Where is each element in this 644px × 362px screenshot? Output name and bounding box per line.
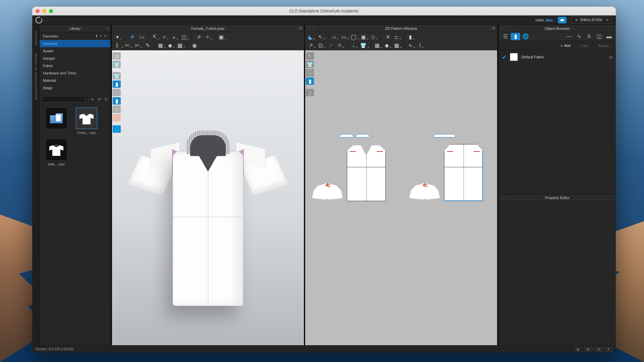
refresh-icon[interactable]: ⟳ xyxy=(97,97,102,102)
select-tool[interactable]: ▾ xyxy=(114,33,123,41)
search-dropdown-icon[interactable]: ▾ xyxy=(90,97,95,102)
library-item-hardware-and-trims[interactable]: Hardware and Trims xyxy=(40,69,110,77)
seam-edit-tool[interactable]: ↗ xyxy=(307,42,316,49)
layer-tool[interactable]: ◫ xyxy=(180,33,189,41)
tab-history[interactable]: HISTORY xyxy=(34,28,38,49)
trace-tool[interactable]: ▮ xyxy=(407,33,416,41)
tab-scene-icon[interactable]: ☰ xyxy=(501,33,510,40)
avatar-edit-tool[interactable]: ✎ xyxy=(143,42,152,49)
pattern-display-icon[interactable]: ↖ xyxy=(306,52,314,60)
tab-world-icon[interactable]: 🌐 xyxy=(521,33,530,40)
edit-pattern-tool[interactable]: ◣ xyxy=(307,33,316,41)
tab-modular-configurator[interactable]: MODULAR CONFIGURATOR xyxy=(34,51,38,103)
pattern-collar-back[interactable] xyxy=(433,134,455,138)
avatar-measure-tool[interactable]: ✂ xyxy=(133,42,142,49)
garment-3d-mesh[interactable] xyxy=(136,120,280,308)
pattern-info-icon[interactable]: ⓘ xyxy=(306,69,314,76)
popout-icon[interactable]: ⧉ xyxy=(299,26,302,31)
layout-3d-button[interactable]: 3D xyxy=(584,347,593,352)
pattern-set-front[interactable] xyxy=(312,144,386,201)
texture-3d-tool[interactable]: ▦ xyxy=(157,42,166,49)
tab-button-icon[interactable]: ◫ xyxy=(594,33,604,40)
fabric-row[interactable]: ✔ Default Fabric ▤ xyxy=(499,50,616,64)
pattern-sleeve-left[interactable] xyxy=(312,183,343,200)
grading-3d-tool[interactable]: ▩ xyxy=(176,42,185,49)
back-icon[interactable]: ↩ xyxy=(104,34,107,38)
rectangle-tool[interactable]: ▭ xyxy=(340,33,349,41)
tab-seam-icon[interactable]: ∿ xyxy=(574,33,584,40)
library-item-fabric[interactable]: Fabric xyxy=(40,62,110,69)
avatar-joints-icon[interactable]: ⊚ xyxy=(113,106,121,113)
grading-2d-tool[interactable]: ▩ xyxy=(393,42,402,49)
annotate-tool[interactable]: ∿ xyxy=(407,42,416,49)
graphic-3d-tool[interactable]: ◆ xyxy=(167,42,175,49)
avatar-color-icon[interactable] xyxy=(113,114,121,121)
ruler-tool[interactable]: ⟟ xyxy=(417,42,425,49)
gripper-icon[interactable]: ⋮⋮ xyxy=(307,26,315,31)
viewport-3d-tab[interactable]: Female_T-shirt.zpac ⧉ xyxy=(112,25,304,32)
surface-shade-icon[interactable]: ▦ xyxy=(113,52,121,60)
pattern-body-back[interactable] xyxy=(444,144,483,201)
ellipse-tool[interactable]: ◯ xyxy=(350,33,359,41)
world-axis-icon[interactable]: 🌐 xyxy=(113,125,121,133)
library-item-avatar[interactable]: Avatar xyxy=(40,47,110,55)
add-button[interactable]: +Add xyxy=(556,43,575,49)
edit-curve-tool[interactable]: ↖ xyxy=(317,33,326,41)
library-item-stage[interactable]: Stage xyxy=(40,84,110,92)
avatar-measure-show-icon[interactable]: ▮ xyxy=(113,97,121,105)
viewport-2d-tab[interactable]: 2D Pattern Window ⧉ ⋮⋮ xyxy=(305,25,497,32)
layout-2d-button[interactable]: 2D xyxy=(594,347,603,352)
seam-segment-tool[interactable]: ⊡ xyxy=(317,42,326,49)
texture-2d-tool[interactable]: ▦ xyxy=(374,42,382,49)
dart-tool[interactable]: ◇ xyxy=(370,33,378,41)
mode-switch-button[interactable]: ❖ SIMULATION xyxy=(571,16,612,23)
avatar-skin-icon[interactable]: ▮ xyxy=(113,80,121,88)
arrange-tool[interactable]: ↸ xyxy=(151,33,160,41)
tab-print-icon[interactable]: A xyxy=(584,33,594,40)
topstitch-tool[interactable]: ⟂ xyxy=(350,42,359,49)
button-3d-tool[interactable]: ◉ xyxy=(190,42,199,49)
gripper-icon[interactable]: ⋮⋮ xyxy=(501,196,508,200)
fold-tool[interactable]: ⟁ xyxy=(171,33,179,41)
avatar-show-icon[interactable]: 👕 xyxy=(113,72,121,79)
library-thumb[interactable]: Femal_...zpac xyxy=(74,108,99,134)
polygon-tool[interactable]: ▱ xyxy=(331,33,339,41)
avatar-pose-tool[interactable]: 🚶 xyxy=(114,42,123,49)
pattern-highlight-icon[interactable]: ▮ xyxy=(306,77,314,85)
cloud-sync-button[interactable] xyxy=(558,17,567,23)
seam-free-tool[interactable]: ⟋ xyxy=(327,42,335,49)
sewing-tool[interactable]: ⎋ xyxy=(336,42,345,49)
pattern-set-back[interactable] xyxy=(409,144,483,201)
layout-split-button[interactable]: ▥ xyxy=(574,347,582,352)
avatar-tape-tool[interactable]: ✂ xyxy=(124,42,132,49)
avatar-xray-icon[interactable]: ⬚ xyxy=(113,89,121,96)
library-item-material[interactable]: Material xyxy=(40,77,110,84)
pattern-grey-icon[interactable]: ▯ xyxy=(306,89,314,96)
garment-toggle-icon[interactable]: 👕 xyxy=(113,61,121,68)
move-gizmo-tool[interactable]: ✛ xyxy=(128,33,137,41)
notch-tool[interactable]: ⊏ xyxy=(393,33,402,41)
plus-icon[interactable]: + xyxy=(100,34,102,38)
slash-tool[interactable]: ✕ xyxy=(383,33,392,41)
library-thumb[interactable]: .. xyxy=(44,108,69,134)
list-view-icon[interactable]: ☰ xyxy=(104,97,108,102)
garment-fit-tool[interactable]: 👕 xyxy=(360,42,369,49)
library-thumb[interactable]: Male_...zpac xyxy=(44,139,69,166)
library-item-favorites[interactable]: Favorites⬇+↩ xyxy=(40,32,110,40)
measure-tool[interactable]: ⇗ xyxy=(194,33,203,41)
popout-icon[interactable]: ⧉ xyxy=(492,26,495,31)
add-tab-icon[interactable]: + xyxy=(107,26,109,31)
gripper-icon[interactable]: ⋮⋮ xyxy=(500,26,507,31)
pattern-shade-icon[interactable]: 👕 xyxy=(306,61,314,68)
pattern-sleeve-right[interactable] xyxy=(409,183,440,200)
refresh-layout-button[interactable]: ⟳ xyxy=(605,347,612,352)
library-item-hanger[interactable]: Hanger xyxy=(40,55,110,62)
row-menu-icon[interactable]: ▤ xyxy=(609,55,612,59)
fabric-swatch[interactable] xyxy=(510,53,518,61)
pattern-collar-front[interactable] xyxy=(339,134,370,138)
viewport-2d[interactable]: ↖ 👕 ⓘ ▮ ▯ xyxy=(305,50,497,345)
tab-misc-icon[interactable]: ▬ xyxy=(604,33,614,40)
graphic-2d-tool[interactable]: ◆ xyxy=(383,42,392,49)
download-icon[interactable]: ⬇ xyxy=(95,34,98,38)
library-item-garment[interactable]: Garment xyxy=(40,40,110,47)
